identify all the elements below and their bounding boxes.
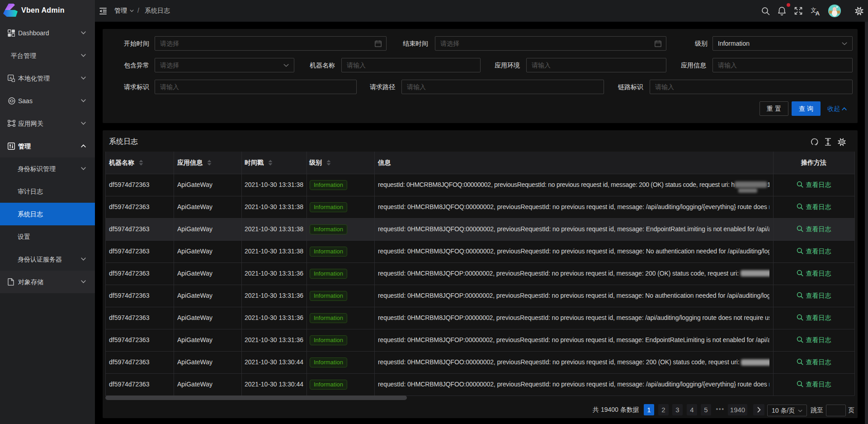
- svg-text:A: A: [816, 10, 820, 16]
